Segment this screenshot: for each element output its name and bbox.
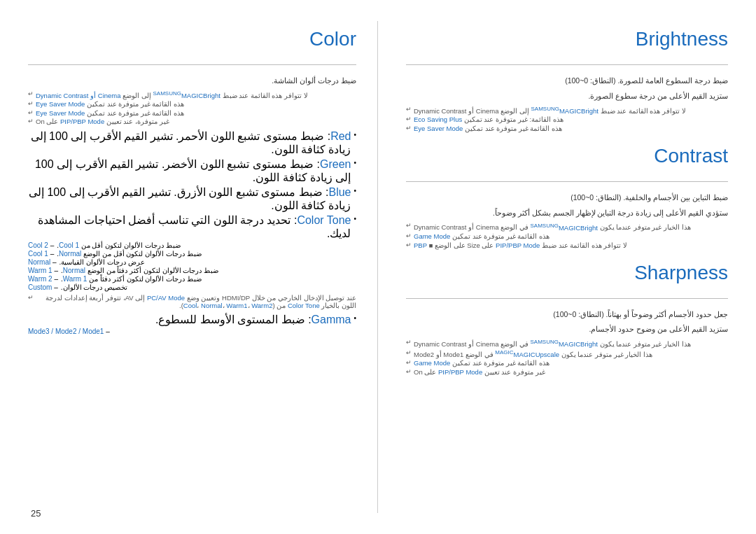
contrast-desc2: ستؤدي القيم الأعلى إلى زيادة درجة التباي… (406, 207, 728, 219)
gamma-modes: – Mode3 / Mode2 / Mode1 (28, 328, 356, 335)
brightness-note2: هذه القائمة: غير متوفرة عند تمكين Eco Sa… (406, 115, 728, 123)
sharpness-note2: هذا الخيار غير متوفر عندما يكون MAGICMAG… (406, 349, 728, 358)
gamma-section: Gamma: ضبط المستوى الأوسط للسطوع. • – Mo… (28, 313, 356, 335)
contrast-section: Contrast ضبط التباين بين الأجسام والخلفي… (406, 145, 728, 249)
brightness-note1: لا تتوافر هذه القائمة عند ضبط SAMSUNGMAG… (406, 106, 728, 115)
brightness-desc1: ضبط درجة السطوع العامة للصورة. (النطاق: … (406, 75, 728, 87)
magic-bright-ref1: SAMSUNG (153, 90, 181, 97)
page-container: Color ضبط درجات ألوان الشاشة. لا تتوافر … (0, 0, 756, 534)
brightness-divider (406, 64, 728, 65)
tone-note1: عند توصيل الإدخال الخارجي من خلال HDMI/D… (28, 294, 356, 309)
contrast-note1: هذا الخيار غير متوفر عندما يكون SAMSUNGM… (406, 222, 728, 231)
brightness-note3: هذه القائمة غير متوفرة عند تمكين Eye Sav… (406, 125, 728, 132)
bullet-gamma: Gamma: ضبط المستوى الأوسط للسطوع. • (28, 313, 356, 326)
color-note1: لا تتوافر هذه القائمة عند ضبط SAMSUNGMAG… (28, 90, 356, 99)
contrast-note3: لا تتوافر هذه القائمة عند ضبط PIP/PBP Mo… (406, 241, 728, 249)
bullet-green: Green: ضبط مستوى تشبع اللون الأخضر. تشير… (28, 157, 356, 184)
color-bullets: Red: ضبط مستوى تشبع اللون الأحمر. تشير ا… (28, 129, 356, 240)
color-note4: غير متوفرة، عند تعيين PIP/PBP Mode على O… (28, 118, 356, 125)
tone-custom: تخصيص درجات الألوان. – Custom (28, 283, 356, 291)
sharpness-note3: هذه القائمة غير متوفرة عند تمكين Game Mo… (406, 359, 728, 367)
sharpness-desc1: جعل حدود الأجسام أكثر وضوحاً أو بهتاناً.… (406, 309, 728, 321)
left-column: Color ضبط درجات ألوان الشاشة. لا تتوافر … (28, 21, 378, 513)
tone-normal: عرض درجات الألوان القياسية. – Normal (28, 258, 356, 266)
contrast-divider (406, 181, 728, 182)
bullet-blue: Blue: ضبط مستوى تشبع اللون الأزرق. تشير … (28, 185, 356, 212)
color-note3: هذه القائمة غير متوفرة عند تمكين Eye Sav… (28, 109, 356, 117)
bullet-red: Red: ضبط مستوى تشبع اللون الأحمر. تشير ا… (28, 129, 356, 156)
right-column: Brightness ضبط درجة السطوع العامة للصورة… (378, 21, 728, 513)
color-title: Color (28, 28, 356, 55)
tone-subitems: ضبط درجات الألوان لتكون أقل من Cool 1. –… (28, 241, 356, 291)
sharpness-note1: هذا الخيار غير متوفر عندما يكون SAMSUNGM… (406, 339, 728, 348)
page-number: 25 (31, 508, 41, 519)
sharpness-desc2: ستزيد القيم الأعلى من وضوح حدود الأجسام. (406, 323, 728, 335)
contrast-title: Contrast (406, 145, 728, 171)
contrast-desc1: ضبط التباين بين الأجسام والخلفية. (النطا… (406, 192, 728, 204)
tone-cool2: ضبط درجات الألوان لتكون أقل من Cool 1. –… (28, 241, 356, 249)
brightness-desc2: ستزيد القيم الأعلى من درجة سطوع الصورة. (406, 90, 728, 102)
tone-warm1: ضبط درجات الألوان لتكون أكثر دفئاً من ال… (28, 267, 356, 274)
sharpness-title: Sharpness (406, 262, 728, 288)
color-main-desc: ضبط درجات ألوان الشاشة. (28, 75, 356, 87)
color-note2: هذه القائمة غير متوفرة عند تمكين Eye Sav… (28, 100, 356, 108)
sharpness-section: Sharpness جعل حدود الأجسام أكثر وضوحاً أ… (406, 262, 728, 376)
bullet-color-tone: Color Tone: تحديد درجة اللون التي تناسب … (28, 213, 356, 240)
tone-warm2: ضبط درجات الألوان لتكون أكثر دفئاً من Wa… (28, 275, 356, 283)
brightness-title: Brightness (406, 28, 728, 55)
sharpness-note4: غير متوفرة عند تعيين PIP/PBP Mode على On… (406, 368, 728, 376)
sharpness-divider (406, 298, 728, 299)
color-divider (28, 64, 356, 65)
tone-cool1: ضبط درجات الألوان لتكون أقل من الوضع Nor… (28, 250, 356, 258)
contrast-note2: هذه القائمة غير متوفرة عند تمكين Game Mo… (406, 232, 728, 240)
